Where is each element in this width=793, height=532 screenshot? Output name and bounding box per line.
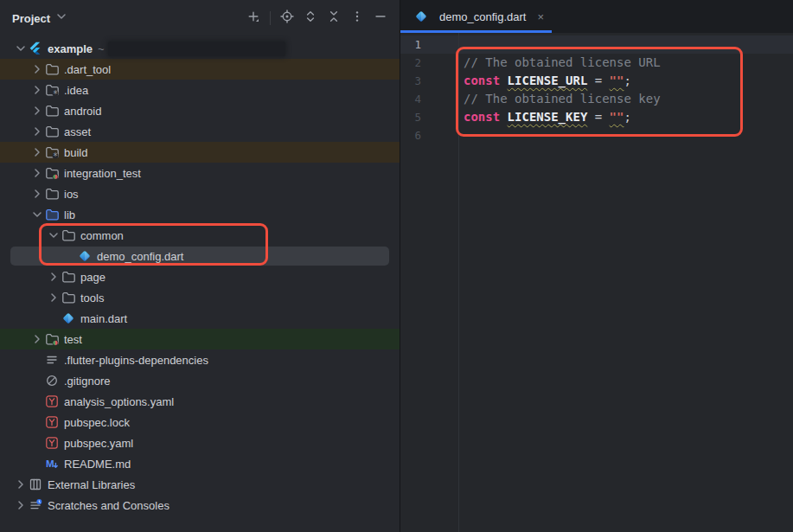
project-toolbar bbox=[243, 8, 391, 29]
chevron-right-icon[interactable] bbox=[29, 187, 45, 201]
tree-item-label: demo_config.dart bbox=[97, 250, 183, 263]
tree-row-common[interactable]: common bbox=[0, 225, 400, 246]
tree-item-label: .dart_tool bbox=[64, 63, 111, 76]
tab-label: demo_config.dart bbox=[439, 10, 526, 23]
chevron-spacer bbox=[62, 249, 78, 263]
ignored-file-icon bbox=[45, 374, 59, 388]
token-str: "" bbox=[610, 110, 624, 124]
editor-body[interactable]: 123456 // The obtained license URLconst … bbox=[400, 33, 793, 532]
folder-icon bbox=[61, 270, 75, 284]
yaml-icon bbox=[45, 394, 59, 408]
tree-item-label: External Libraries bbox=[48, 478, 135, 491]
locate-file-button[interactable] bbox=[277, 8, 297, 29]
tree-row-analysis-options-yaml[interactable]: analysis_options.yaml bbox=[0, 391, 400, 412]
chevron-right-icon[interactable] bbox=[29, 62, 45, 76]
editor-pane: demo_config.dart × 123456 // The obtaine… bbox=[400, 0, 793, 532]
token-pl bbox=[500, 74, 507, 87]
tree-item-label: pubspec.yaml bbox=[64, 437, 133, 450]
line-number[interactable]: 4 bbox=[400, 90, 421, 108]
hide-panel-button[interactable] bbox=[370, 8, 391, 29]
tree-item-label: .flutter-plugins-dependencies bbox=[64, 354, 208, 367]
tree-item-label: lib bbox=[64, 208, 75, 221]
tree-item-label: ios bbox=[64, 188, 79, 201]
chevron-right-icon[interactable] bbox=[29, 104, 45, 118]
add-button[interactable] bbox=[243, 8, 264, 29]
code-line[interactable]: // The obtained license key bbox=[464, 90, 661, 108]
project-view-dropdown[interactable]: Project bbox=[12, 10, 68, 27]
chevron-right-icon[interactable] bbox=[13, 478, 29, 491]
folder-test-icon bbox=[45, 166, 59, 180]
folder-icon bbox=[61, 291, 75, 304]
dart-icon bbox=[414, 10, 428, 23]
redacted-path bbox=[108, 42, 285, 56]
tree-row-idea[interactable]: *.idea bbox=[0, 80, 400, 100]
project-panel: Project example~.dart_tool*.ideaandroida… bbox=[0, 0, 400, 532]
chevron-down-icon[interactable] bbox=[13, 42, 29, 55]
tab-demo-config-dart[interactable]: demo_config.dart × bbox=[400, 0, 556, 33]
code-line[interactable]: const LICENSE_URL = ""; bbox=[464, 72, 661, 90]
line-number[interactable]: 6 bbox=[400, 126, 421, 144]
chevron-right-icon[interactable] bbox=[46, 291, 61, 304]
tree-row-flutter-plugins-dependencies[interactable]: .flutter-plugins-dependencies bbox=[0, 349, 400, 370]
chevron-right-icon[interactable] bbox=[29, 125, 45, 138]
folder-special-icon: * bbox=[45, 145, 59, 159]
tree-row-tools[interactable]: tools bbox=[0, 287, 400, 308]
token-comment: // The obtained license URL bbox=[464, 55, 661, 69]
chevron-right-icon[interactable] bbox=[29, 332, 45, 346]
chevron-right-icon[interactable] bbox=[29, 166, 45, 180]
tree-row-readme-md[interactable]: MREADME.md bbox=[0, 453, 400, 474]
tree-row-ios[interactable]: ios bbox=[0, 183, 400, 204]
token-pl: ; bbox=[624, 110, 630, 124]
tree-row-asset[interactable]: asset bbox=[0, 121, 400, 142]
editor-tab-bar: demo_config.dart × bbox=[400, 0, 793, 33]
tree-row-pubspec-lock[interactable]: pubspec.lock bbox=[0, 412, 400, 433]
tree-row-lib[interactable]: lib bbox=[0, 204, 400, 225]
tree-row-dart-tool[interactable]: .dart_tool bbox=[0, 59, 400, 80]
tree-row-pubspec-yaml[interactable]: pubspec.yaml bbox=[0, 433, 400, 453]
code-line[interactable]: // The obtained license URL bbox=[464, 54, 661, 72]
chevron-right-icon[interactable] bbox=[29, 145, 45, 159]
tree-row-demo-config-dart[interactable]: demo_config.dart bbox=[0, 246, 400, 266]
line-number[interactable]: 3 bbox=[400, 72, 421, 90]
tree-row-external-libraries[interactable]: External Libraries bbox=[0, 474, 400, 495]
chevron-spacer bbox=[29, 374, 45, 388]
chevron-down-icon[interactable] bbox=[46, 228, 61, 242]
line-number[interactable]: 2 bbox=[400, 54, 421, 72]
tree-row-page[interactable]: page bbox=[0, 266, 400, 287]
tree-item-label: android bbox=[64, 105, 101, 118]
chevron-down-icon[interactable] bbox=[29, 208, 45, 221]
collapse-all-button[interactable] bbox=[323, 8, 344, 29]
tree-item-label: pubspec.lock bbox=[64, 416, 130, 429]
code-line[interactable] bbox=[464, 126, 661, 144]
line-number[interactable]: 1 bbox=[400, 35, 421, 54]
chevron-right-icon[interactable] bbox=[29, 83, 45, 97]
close-tab-icon[interactable]: × bbox=[535, 10, 546, 24]
more-options-button[interactable] bbox=[347, 8, 368, 29]
chevron-right-icon[interactable] bbox=[13, 498, 29, 512]
tree-item-label: Scratches and Consoles bbox=[48, 499, 169, 512]
tree-row-integration-test[interactable]: integration_test bbox=[0, 163, 400, 183]
tree-row-scratches-and-consoles[interactable]: Scratches and Consoles bbox=[0, 495, 400, 516]
tree-row-test[interactable]: test bbox=[0, 329, 400, 349]
tree-row-gitignore[interactable]: .gitignore bbox=[0, 370, 400, 391]
token-pl bbox=[500, 110, 507, 124]
chevron-spacer bbox=[29, 394, 45, 408]
expand-all-button[interactable] bbox=[300, 8, 321, 29]
code-line[interactable]: const LICENSE_KEY = ""; bbox=[464, 108, 661, 126]
tree-row-build[interactable]: *build bbox=[0, 142, 400, 163]
folder-icon bbox=[61, 228, 75, 242]
tree-row-android[interactable]: android bbox=[0, 100, 400, 121]
tree-row-example[interactable]: example~ bbox=[0, 38, 400, 59]
project-tree: example~.dart_tool*.ideaandroidasset*bui… bbox=[0, 38, 400, 516]
tree-item-label: integration_test bbox=[64, 167, 141, 180]
line-number[interactable]: 5 bbox=[400, 108, 421, 126]
target-icon bbox=[280, 10, 294, 27]
code-line[interactable] bbox=[464, 35, 661, 54]
tree-row-main-dart[interactable]: main.dart bbox=[0, 308, 400, 329]
code-area: // The obtained license URLconst LICENSE… bbox=[464, 35, 661, 144]
chevron-right-icon[interactable] bbox=[46, 270, 61, 284]
toolbar-separator bbox=[270, 11, 271, 25]
tree-item-label: .gitignore bbox=[64, 375, 110, 388]
folder-special-icon: * bbox=[45, 83, 59, 97]
chevron-spacer bbox=[29, 436, 45, 450]
